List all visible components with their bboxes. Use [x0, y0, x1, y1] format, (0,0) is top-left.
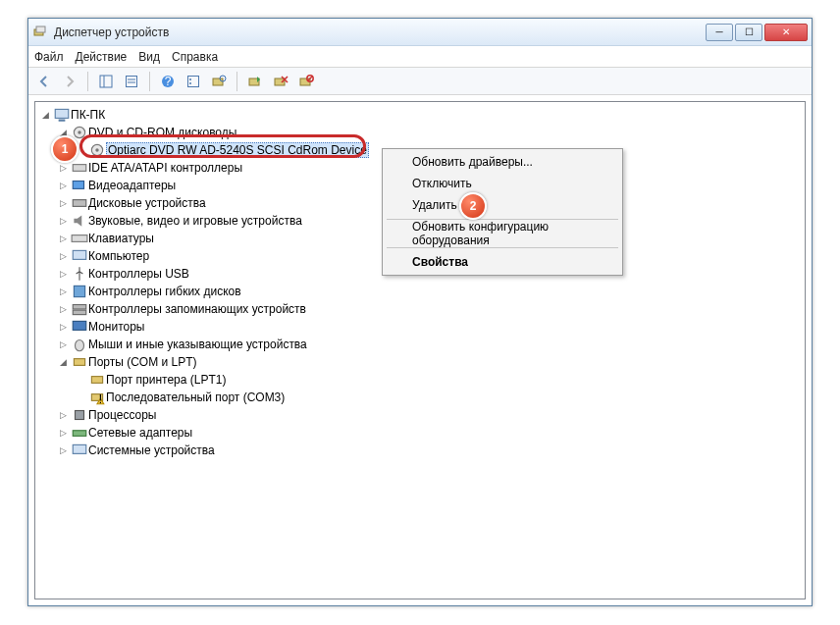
properties-sheet-button[interactable] — [182, 71, 205, 92]
expand-icon[interactable]: ▷ — [55, 269, 71, 279]
back-button[interactable] — [32, 71, 56, 92]
svg-rect-2 — [100, 76, 112, 87]
expand-icon[interactable]: ▷ — [55, 198, 71, 208]
expand-icon[interactable]: ▷ — [55, 234, 71, 243]
minimize-button[interactable]: ─ — [706, 24, 733, 41]
tree-serial-port[interactable]: ! Последовательный порт (COM3) — [37, 389, 803, 406]
ctx-update-drivers[interactable]: Обновить драйверы... — [385, 151, 620, 173]
ctx-label: Отключить — [412, 177, 472, 190]
tree-label: Контроллеры USB — [88, 267, 189, 281]
port-icon — [88, 372, 106, 388]
svg-rect-33 — [73, 321, 86, 330]
tree-label: Процессоры — [88, 408, 157, 422]
audio-icon — [71, 213, 88, 229]
menu-file[interactable]: Файл — [34, 50, 64, 64]
tree-label: Порты (COM и LPT) — [88, 355, 197, 369]
svg-rect-26 — [73, 182, 83, 189]
expand-icon[interactable]: ▷ — [55, 286, 71, 296]
svg-rect-25 — [73, 165, 86, 172]
tree-mice[interactable]: ▷ Мыши и иные указывающие устройства — [37, 336, 803, 353]
svg-point-11 — [189, 82, 191, 84]
scan-hardware-button[interactable] — [207, 71, 231, 92]
tree-label: Контроллеры запоминающих устройств — [88, 302, 306, 316]
svg-rect-36 — [91, 377, 102, 384]
mouse-icon — [71, 337, 88, 352]
ctx-rescan[interactable]: Обновить конфигурацию оборудования — [385, 223, 620, 244]
tree-label: Мониторы — [88, 320, 144, 334]
svg-rect-31 — [73, 305, 86, 310]
svg-rect-1 — [36, 26, 45, 32]
expand-icon[interactable]: ▷ — [55, 410, 71, 420]
svg-rect-20 — [59, 120, 66, 122]
toolbar-separator — [87, 72, 88, 91]
collapse-icon[interactable]: ◢ — [37, 110, 53, 120]
tree-dvd-group[interactable]: ◢ DVD и CD-ROM дисководы — [37, 124, 803, 141]
tree-floppy[interactable]: ▷ Контроллеры гибких дисков — [37, 283, 803, 300]
svg-rect-19 — [55, 109, 69, 118]
ctx-disable[interactable]: Отключить — [385, 173, 620, 194]
storage-icon — [71, 301, 88, 317]
toolbar-separator — [236, 72, 237, 91]
expand-icon[interactable]: ▷ — [55, 181, 71, 190]
show-hide-console-tree-button[interactable] — [94, 71, 118, 92]
svg-point-24 — [95, 148, 98, 151]
uninstall-device-button[interactable] — [269, 71, 292, 92]
tree-cpu[interactable]: ▷ Процессоры — [37, 406, 803, 424]
tree-label: Видеоадаптеры — [88, 179, 176, 192]
menu-action[interactable]: Действие — [76, 50, 128, 64]
network-icon — [71, 425, 88, 441]
update-driver-button[interactable] — [243, 71, 267, 92]
display-adapter-icon — [71, 178, 88, 193]
toolbar: ? — [28, 68, 812, 95]
svg-rect-35 — [74, 359, 84, 366]
disable-device-button[interactable] — [294, 71, 318, 92]
ctx-separator — [387, 247, 618, 248]
help-button[interactable]: ? — [156, 71, 180, 92]
cpu-icon — [71, 407, 88, 423]
expand-icon[interactable]: ▷ — [55, 428, 71, 438]
expand-icon[interactable]: ▷ — [55, 251, 71, 261]
tree-monitors[interactable]: ▷ Мониторы — [37, 318, 803, 336]
expand-icon[interactable]: ▷ — [55, 163, 71, 173]
forward-button[interactable] — [58, 71, 81, 92]
maximize-button[interactable]: ☐ — [735, 24, 762, 41]
expand-icon[interactable]: ▷ — [55, 445, 71, 455]
computer-icon — [53, 107, 71, 123]
expand-icon[interactable]: ▷ — [55, 339, 71, 349]
disk-icon — [71, 195, 88, 211]
expand-icon[interactable]: ▷ — [55, 322, 71, 332]
close-button[interactable]: ✕ — [764, 24, 808, 41]
optical-drive-icon — [88, 142, 106, 158]
tree-label: Компьютер — [88, 249, 149, 263]
tree-root[interactable]: ◢ ПК-ПК — [37, 106, 803, 124]
tree-label: Порт принтера (LPT1) — [106, 373, 226, 387]
svg-rect-4 — [127, 76, 137, 86]
tree-label: IDE ATA/ATAPI контроллеры — [88, 161, 242, 175]
tree-label: Последовательный порт (COM3) — [106, 391, 285, 404]
properties-button[interactable] — [120, 71, 143, 92]
ctx-properties[interactable]: Свойства — [385, 251, 620, 273]
tree-sys[interactable]: ▷ Системные устройства — [37, 442, 803, 459]
computer-icon — [71, 248, 88, 264]
floppy-icon — [71, 284, 88, 299]
system-icon — [71, 443, 88, 458]
collapse-icon[interactable]: ◢ — [55, 357, 71, 367]
menu-help[interactable]: Справка — [172, 50, 218, 64]
tree-storage[interactable]: ▷ Контроллеры запоминающих устройств — [37, 300, 803, 318]
tree-net[interactable]: ▷ Сетевые адаптеры — [37, 424, 803, 442]
app-icon — [32, 25, 48, 40]
svg-rect-40 — [73, 431, 86, 437]
expand-icon[interactable]: ▷ — [55, 216, 71, 226]
usb-icon — [71, 266, 88, 282]
ctx-delete[interactable]: Удалить — [385, 194, 620, 216]
svg-point-22 — [78, 130, 80, 133]
tree-ports[interactable]: ◢ Порты (COM и LPT) — [37, 353, 803, 371]
svg-rect-39 — [76, 411, 84, 420]
tree-printer-port[interactable]: Порт принтера (LPT1) — [37, 371, 803, 389]
collapse-icon[interactable]: ◢ — [55, 128, 71, 137]
menu-view[interactable]: Вид — [138, 50, 160, 64]
expand-icon[interactable]: ▷ — [55, 304, 71, 314]
svg-point-10 — [189, 78, 191, 80]
ide-icon — [71, 160, 88, 176]
optical-drive-icon — [71, 125, 88, 140]
